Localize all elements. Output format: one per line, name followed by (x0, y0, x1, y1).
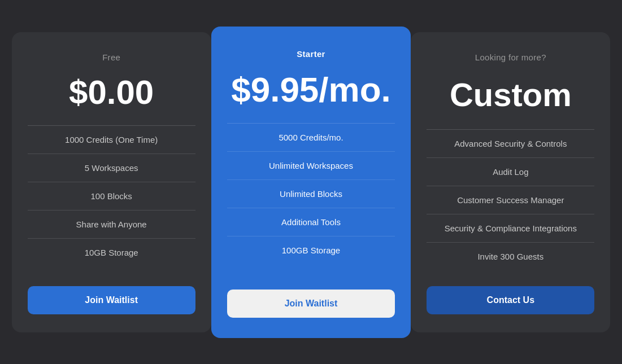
feature-item: Additional Tools (227, 208, 395, 236)
feature-item: Invite 300 Guests (427, 243, 594, 270)
pricing-card-free: Free$0.001000 Credits (One Time)5 Worksp… (12, 32, 211, 332)
cta-button-free[interactable]: Join Waitlist (28, 286, 195, 314)
pricing-card-starter: Starter$9.95/mo.5000 Credits/mo.Unlimite… (211, 27, 411, 338)
feature-item: Audit Log (427, 158, 594, 186)
cta-button-starter[interactable]: Join Waitlist (227, 290, 395, 318)
card-price-free: $0.00 (69, 76, 154, 109)
feature-item: Advanced Security & Controls (427, 130, 594, 158)
card-label-free: Free (102, 52, 120, 62)
feature-item: 100 Blocks (28, 182, 195, 210)
feature-item: 1000 Credits (One Time) (28, 126, 195, 154)
feature-item: Share with Anyone (28, 210, 195, 239)
features-list-custom: Advanced Security & ControlsAudit LogCus… (427, 130, 594, 270)
features-list-free: 1000 Credits (One Time)5 Workspaces100 B… (28, 126, 195, 270)
pricing-card-custom: Looking for more?CustomAdvanced Security… (411, 32, 610, 332)
card-label-custom: Looking for more? (475, 52, 546, 62)
card-price-custom: Custom (450, 76, 572, 113)
card-price-starter: $9.95/mo. (231, 72, 391, 107)
card-label-starter: Starter (297, 49, 325, 59)
feature-item: Customer Success Manager (427, 186, 594, 214)
feature-item: 10GB Storage (28, 239, 195, 266)
cta-button-custom[interactable]: Contact Us (427, 286, 594, 314)
feature-item: 5000 Credits/mo. (227, 124, 395, 152)
pricing-container: Free$0.001000 Credits (One Time)5 Worksp… (12, 21, 611, 344)
feature-item: Unlimited Blocks (227, 180, 395, 208)
feature-item: 100GB Storage (227, 236, 395, 264)
feature-item: Security & Compliance Integrations (427, 214, 594, 243)
features-list-starter: 5000 Credits/mo.Unlimited WorkspacesUnli… (227, 124, 395, 274)
feature-item: 5 Workspaces (28, 154, 195, 182)
feature-item: Unlimited Workspaces (227, 152, 395, 180)
